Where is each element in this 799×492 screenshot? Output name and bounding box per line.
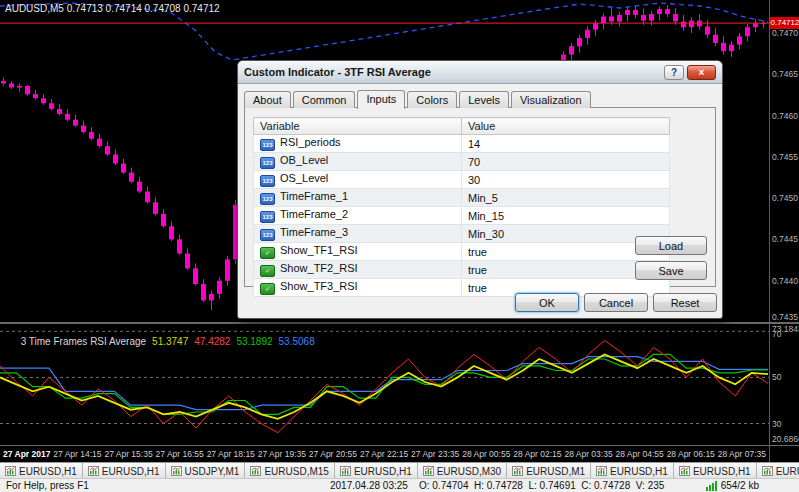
time-label: 27 Apr 19:35 <box>258 449 306 459</box>
tab-inputs[interactable]: Inputs <box>357 90 405 109</box>
indicator-name: 3 Time Frames RSI Average <box>21 336 146 347</box>
price-label: 0.7440 <box>772 276 798 286</box>
price-label: 0.7460 <box>772 111 798 121</box>
chart-tab[interactable]: EURUSD,M30 <box>757 463 799 479</box>
chart-tab[interactable]: EURUSD,H1 <box>83 463 166 479</box>
inputs-table: Variable Value 123RSI_periods14123OB_Lev… <box>253 117 670 297</box>
indicator-axis[interactable]: 73.184370503020.6866 <box>769 324 799 445</box>
parameter-value-cell[interactable]: 30 <box>462 171 670 189</box>
parameter-row[interactable]: 123RSI_periods14 <box>254 135 670 153</box>
parameter-name: Show_TF3_RSI <box>280 280 358 292</box>
price-label: 0.7455 <box>772 152 798 162</box>
reset-button[interactable]: Reset <box>653 293 717 312</box>
chart-tab[interactable]: EURUSD,H1 <box>674 463 757 479</box>
time-label: 27 Apr 16:55 <box>156 449 204 459</box>
status-help-text: For Help, press F1 <box>6 480 89 491</box>
parameter-row[interactable]: ✓Show_TF1_RSItrue <box>254 243 670 261</box>
price-label: 0.7465 <box>772 69 798 79</box>
rsi-indicator-panel[interactable]: 3 Time Frames RSI Average51.374747.42825… <box>0 324 769 445</box>
cancel-button[interactable]: Cancel <box>584 293 648 312</box>
time-label: 27 Apr 20:55 <box>309 449 357 459</box>
dialog-bottom-buttons: OK Cancel Reset <box>515 293 717 312</box>
save-button[interactable]: Save <box>635 261 707 280</box>
bid-price-tag: 0.74712 <box>770 17 799 29</box>
parameter-value-cell[interactable]: 70 <box>462 153 670 171</box>
parameter-row[interactable]: 123OS_Level30 <box>254 171 670 189</box>
parameter-variable-cell: ✓Show_TF3_RSI <box>254 279 462 297</box>
parameter-row[interactable]: ✓Show_TF2_RSItrue <box>254 261 670 279</box>
dialog-titlebar[interactable]: Custom Indicator - 3TF RSI Average ? × <box>238 61 722 84</box>
time-label: 27 Apr 23:35 <box>411 449 459 459</box>
parameter-name: TimeFrame_3 <box>280 226 348 238</box>
tab-levels[interactable]: Levels <box>459 91 509 108</box>
time-axis[interactable]: 27 Apr 201727 Apr 14:1527 Apr 15:3527 Ap… <box>0 446 769 462</box>
input-type-icon: 123 <box>260 139 275 151</box>
time-label: 28 Apr 06:15 <box>667 449 715 459</box>
chart-tab[interactable]: EURUSD,H1 <box>0 463 83 479</box>
tab-common[interactable]: Common <box>293 91 356 108</box>
rsi-tf2-line <box>0 354 768 414</box>
indicator-scale-label: 30 <box>772 419 781 429</box>
parameter-row[interactable]: 123TimeFrame_3Min_30 <box>254 225 670 243</box>
ok-button[interactable]: OK <box>515 293 579 312</box>
mini-chart-icon <box>512 466 523 476</box>
parameter-row[interactable]: 123TimeFrame_2Min_15 <box>254 207 670 225</box>
chart-tab[interactable]: EURUSD,M1 <box>507 463 591 479</box>
parameter-value-cell[interactable]: Min_15 <box>462 207 670 225</box>
parameter-value-cell[interactable]: Min_5 <box>462 189 670 207</box>
parameter-name: TimeFrame_1 <box>280 190 348 202</box>
parameter-value-cell[interactable]: 14 <box>462 135 670 153</box>
input-type-icon: ✓ <box>260 265 275 277</box>
custom-indicator-dialog: Custom Indicator - 3TF RSI Average ? × A… <box>237 60 723 319</box>
mini-chart-icon <box>171 466 182 476</box>
indicator-value: 53.1892 <box>236 336 272 347</box>
chart-tab[interactable]: EURUSD,H1 <box>335 463 418 479</box>
time-label: 28 Apr 03:35 <box>564 449 612 459</box>
parameter-name: Show_TF1_RSI <box>280 244 358 256</box>
chart-tab-label: EURUSD,H1 <box>19 466 77 477</box>
time-label: 27 Apr 15:35 <box>104 449 152 459</box>
price-axis[interactable]: 0.74700.74650.74600.74550.74500.74450.74… <box>769 0 799 322</box>
parameter-variable-cell: 123TimeFrame_1 <box>254 189 462 207</box>
time-label: 28 Apr 00:55 <box>462 449 510 459</box>
chart-tab[interactable]: EURUSD,H1 <box>591 463 674 479</box>
network-traffic: 654/2 kb <box>721 480 759 491</box>
parameter-row[interactable]: 123TimeFrame_1Min_5 <box>254 189 670 207</box>
load-button[interactable]: Load <box>635 236 707 255</box>
chart-tab[interactable]: USDJPY,M1 <box>166 463 246 479</box>
parameter-variable-cell: 123OS_Level <box>254 171 462 189</box>
indicator-value: 47.4282 <box>194 336 230 347</box>
axis-corner <box>769 446 799 462</box>
parameter-variable-cell: 123OB_Level <box>254 153 462 171</box>
parameter-variable-cell: 123RSI_periods <box>254 135 462 153</box>
tab-visualization[interactable]: Visualization <box>511 91 591 108</box>
input-type-icon: 123 <box>260 229 275 241</box>
dialog-tabstrip: AboutCommonInputsColorsLevelsVisualizati… <box>244 90 716 108</box>
chart-tab[interactable]: EURUSD,M15 <box>245 463 334 479</box>
mini-chart-icon <box>340 466 351 476</box>
time-label: 27 Apr 18:15 <box>207 449 255 459</box>
network-status: 654/2 kb <box>706 480 759 491</box>
tab-colors[interactable]: Colors <box>407 91 457 108</box>
chart-tab-label: EURUSD,H1 <box>102 466 160 477</box>
chart-tab-label: EURUSD,H1 <box>693 466 751 477</box>
chart-tab[interactable]: EURUSD,M30 <box>418 463 507 479</box>
indicator-scale-label: 70 <box>772 329 781 339</box>
input-type-icon: ✓ <box>260 283 275 295</box>
parameter-name: TimeFrame_2 <box>280 208 348 220</box>
help-button[interactable]: ? <box>664 65 684 80</box>
parameter-row[interactable]: 123OB_Level70 <box>254 153 670 171</box>
status-quote: 2017.04.28 03:25 O: 0.74704 H: 0.74728 L… <box>330 480 664 491</box>
mini-chart-icon <box>423 466 434 476</box>
parameter-variable-cell: 123TimeFrame_3 <box>254 225 462 243</box>
column-header-variable[interactable]: Variable <box>254 118 462 135</box>
indicator-scale-label: 50 <box>772 372 781 382</box>
mini-chart-icon <box>5 466 16 476</box>
tab-about[interactable]: About <box>244 91 291 108</box>
parameter-name: OS_Level <box>280 172 328 184</box>
parameter-name: Show_TF2_RSI <box>280 262 358 274</box>
column-header-value[interactable]: Value <box>462 118 670 135</box>
mini-chart-icon <box>596 466 607 476</box>
close-button[interactable]: × <box>687 65 716 80</box>
chart-tab-label: EURUSD,H1 <box>354 466 412 477</box>
